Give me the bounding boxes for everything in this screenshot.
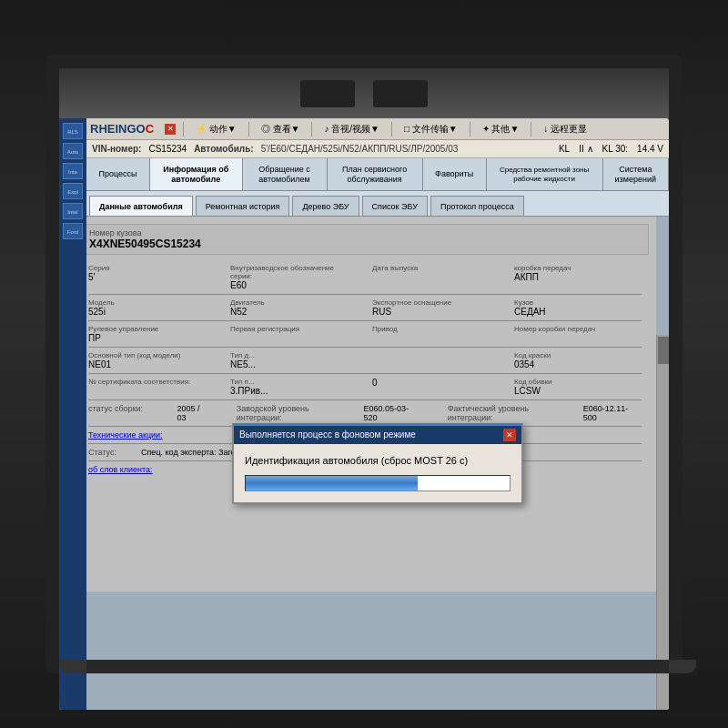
app-toolbar: RHEINGOC ✕ ⚡ 动作▼ ◎ 查看▼ ♪ 音视/视频▼ □ 文件传输▼: [86, 118, 669, 140]
toolbar-view[interactable]: ◎ 查看▼: [257, 121, 305, 137]
tab-favorites[interactable]: Фавориты: [423, 158, 487, 190]
vin-right-info: KL II ∧ KL 30: 14.4 V: [559, 144, 663, 154]
tab-car-info[interactable]: Информация об автомобиле: [150, 158, 243, 190]
kl-label: KL: [559, 144, 570, 154]
desktop-background: 437 200 968 – TeamViewer – 免费许可证（仅非商业用途）…: [0, 0, 728, 728]
toolbar-separator-4: [391, 122, 392, 136]
toolbar-separator-5: [470, 122, 470, 136]
car-label: Автомобиль:: [194, 144, 254, 154]
vin-label: VIN-номер:: [92, 144, 141, 154]
toolbar-separator-1: [183, 122, 184, 136]
kl2-label: KL 30:: [602, 144, 629, 154]
dialog-body: Идентификация автомобиля (сброс MOST 26 …: [234, 444, 521, 502]
top-object-1: [300, 80, 355, 107]
kl2-value: 14.4 V: [637, 144, 663, 154]
sidebar-btn-ford[interactable]: Ford: [63, 223, 83, 239]
vin-bar: VIN-номер: CS15234 Автомобиль: 5'/E60/СЕ…: [86, 140, 669, 158]
dialog-close-button[interactable]: ✕: [503, 429, 516, 441]
dialog-title: Выполняется процесс в фоновом режиме: [239, 430, 416, 440]
app-close-button[interactable]: ✕: [165, 124, 176, 135]
toolbar-remote[interactable]: ↓ 远程更显: [539, 121, 592, 137]
subtab-car-data[interactable]: Данные автомобиля: [89, 196, 193, 216]
tab-service-plan[interactable]: План сервисного обслуживания: [328, 158, 423, 190]
sidebar-btn-auto[interactable]: Auto: [63, 143, 83, 159]
toolbar-files[interactable]: □ 文件传输▼: [399, 121, 462, 137]
subtab-repair-history[interactable]: Ремонтная история: [196, 196, 290, 216]
progress-bar-container: [245, 475, 511, 491]
app-logo: RHEINGOC: [90, 122, 154, 136]
laptop-bezel: 437 200 968 – TeamViewer – 免费许可证（仅非商业用途）…: [46, 55, 682, 673]
tab-processes[interactable]: Процессы: [86, 158, 150, 190]
tab-car-handling[interactable]: Обращение с автомобилем: [243, 158, 328, 190]
toolbar-other[interactable]: ✦ 其他▼: [478, 121, 524, 137]
sidebar-btn-expl[interactable]: Expl: [63, 183, 83, 199]
screen: 437 200 968 – TeamViewer – 免费许可证（仅非商业用途）…: [59, 118, 669, 710]
kl-value: II ∧: [579, 144, 592, 154]
toolbar-actions[interactable]: ⚡ 动作▼: [191, 121, 241, 137]
toolbar-separator-3: [311, 122, 312, 136]
tab-measurements[interactable]: Система измерений: [603, 158, 669, 190]
subtab-protocol[interactable]: Протокол процесса: [430, 196, 524, 216]
sidebar-btn-intel[interactable]: Intel: [63, 203, 83, 219]
toolbar-separator-6: [531, 122, 531, 136]
tab-repair-tools[interactable]: Средства ремонтной зоны рабочие жидкости: [487, 158, 603, 190]
nav-tabs: Процессы Информация об автомобиле Обраще…: [86, 158, 669, 191]
sidebar-btn-rls[interactable]: RLS: [63, 123, 83, 139]
vin-value: CS15234: [148, 144, 187, 154]
sub-tabs: Данные автомобиля Ремонтная история Дере…: [86, 191, 669, 217]
top-object-2: [373, 80, 428, 107]
car-value: 5'/E60/СЕДАН/525i/N52/АКПП/RUS/ЛР/2005/0…: [261, 144, 459, 154]
subtab-ecu-list[interactable]: Список ЭБУ: [362, 196, 428, 216]
left-sidebar: RLS Auto Inte Expl Intel Ford: [59, 118, 86, 710]
dialog-message: Идентификация автомобиля (сброс MOST 26 …: [245, 455, 511, 466]
toolbar-separator-2: [248, 122, 249, 136]
laptop-top-area: [59, 68, 669, 118]
dialog-overlay: Выполняется процесс в фоновом режиме ✕ И…: [86, 217, 669, 710]
progress-dialog: Выполняется процесс в фоновом режиме ✕ И…: [232, 423, 523, 504]
dialog-titlebar: Выполняется процесс в фоновом режиме ✕: [234, 426, 521, 444]
toolbar-media[interactable]: ♪ 音视/视频▼: [319, 121, 383, 137]
progress-bar-fill: [246, 476, 418, 490]
main-area: RHEINGOC ✕ ⚡ 动作▼ ◎ 查看▼ ♪ 音视/视频▼ □ 文件传输▼: [86, 118, 669, 710]
subtab-ecu-tree[interactable]: Дерево ЭБУ: [292, 196, 359, 216]
sidebar-btn-inte[interactable]: Inte: [63, 163, 83, 179]
